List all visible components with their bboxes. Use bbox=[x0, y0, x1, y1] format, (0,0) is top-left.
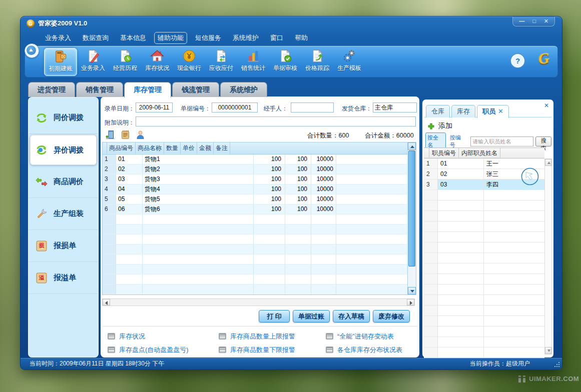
minimize-button[interactable]: — bbox=[519, 18, 524, 24]
table-row[interactable]: 505 货物5100 10010000 bbox=[103, 194, 408, 204]
action-button[interactable]: 单据过账 bbox=[293, 310, 330, 322]
action-button[interactable]: 打 印 bbox=[259, 310, 290, 322]
toolbar-button[interactable]: 初期建账 bbox=[44, 48, 77, 76]
scroll-right-icon[interactable] bbox=[407, 299, 414, 306]
menu-item[interactable]: 短信服务 bbox=[192, 32, 225, 44]
toolbar-button[interactable]: 价格跟踪 bbox=[301, 48, 333, 75]
toolbar-button[interactable]: 经营历程 bbox=[109, 48, 141, 75]
search-button[interactable]: 搜索 bbox=[535, 136, 551, 146]
table-row-empty bbox=[424, 190, 544, 200]
watermark-text: UIMAKER.COM bbox=[529, 375, 579, 382]
staff-row[interactable]: 1 01 王一 bbox=[424, 158, 544, 169]
menu-item[interactable]: 数据查询 bbox=[79, 32, 112, 44]
toolbar-button[interactable]: 库存状况 bbox=[141, 48, 173, 75]
report-link[interactable]: 库存状况 bbox=[108, 332, 219, 341]
menu-item[interactable]: 基本信息 bbox=[117, 32, 150, 44]
report-link[interactable]: 库存商品数量下限报警 bbox=[219, 346, 326, 354]
toolbar-button[interactable]: 现金银行 bbox=[173, 48, 205, 75]
adjust-icon bbox=[35, 176, 48, 188]
sidebar-item[interactable]: 同价调拨 bbox=[29, 102, 98, 134]
staff-scrollbar[interactable] bbox=[544, 158, 552, 354]
status-bar: 当前时间：2009年06月11日 星期四 18时30分 下午 当前操作员：超级用… bbox=[21, 358, 562, 370]
table-row[interactable]: 303 货物3100 10010000 bbox=[103, 174, 408, 184]
help-icon[interactable] bbox=[511, 54, 524, 68]
scroll-down-icon[interactable] bbox=[408, 287, 416, 294]
table-row-empty bbox=[424, 284, 544, 295]
warehouse-input[interactable] bbox=[373, 102, 417, 112]
module-tab[interactable]: 钱流管理 bbox=[172, 82, 219, 97]
date-input[interactable] bbox=[136, 102, 173, 112]
date-label: 录单日期： bbox=[105, 104, 135, 113]
toolbar-button[interactable]: 单据审核 bbox=[269, 48, 301, 75]
report-link[interactable]: 库存商品数量上限报警 bbox=[219, 332, 326, 341]
maximize-button[interactable]: □ bbox=[532, 18, 536, 24]
wallet-icon bbox=[54, 50, 68, 64]
module-tab[interactable]: 库存管理 bbox=[124, 82, 171, 98]
scroll-up-icon[interactable] bbox=[545, 159, 551, 166]
sidebar-item[interactable]: 溢 报溢单 bbox=[29, 262, 98, 294]
person-icon[interactable] bbox=[135, 130, 146, 140]
menu-item[interactable]: 业务录入 bbox=[42, 32, 75, 44]
module-tab[interactable]: 系统维护 bbox=[220, 82, 267, 97]
module-tab[interactable]: 销售管理 bbox=[76, 82, 123, 97]
lookup-tab[interactable]: 库存 bbox=[451, 105, 475, 118]
toolbar-button[interactable]: 销售统计 bbox=[237, 48, 269, 75]
chart-icon bbox=[246, 49, 260, 63]
scroll-up-icon[interactable] bbox=[408, 142, 416, 150]
sidebar-item[interactable]: 生产组装 bbox=[29, 198, 98, 230]
table-row-empty bbox=[424, 348, 544, 358]
scroll-left-icon[interactable] bbox=[103, 299, 110, 306]
titlebar[interactable]: 管家婆2009 V1.0 — □ ✕ bbox=[21, 16, 562, 30]
tab-close-icon[interactable] bbox=[498, 108, 503, 115]
panel-close-icon[interactable]: ✕ bbox=[544, 102, 549, 109]
menu-item[interactable]: 帮助 bbox=[291, 32, 311, 44]
table-row[interactable]: 404 货物4100 10010000 bbox=[103, 184, 408, 194]
table-row[interactable]: 606 货物6100 10010000 bbox=[103, 204, 408, 214]
sidebar-item[interactable]: 异价调拨 bbox=[30, 135, 97, 165]
toolbar-items: 初期建账 业务录入 经营历程 库存状况 bbox=[44, 48, 365, 76]
horizontal-scrollbar[interactable] bbox=[102, 298, 415, 306]
toolbar-button[interactable]: 应收应付 bbox=[205, 48, 237, 75]
toolbar: 初期建账 业务录入 经营历程 库存状况 bbox=[25, 46, 558, 78]
module-tabs: 进货管理 销售管理 库存管理 钱流管理 系统维护 bbox=[28, 82, 267, 98]
staff-row[interactable]: 3 03 李四 bbox=[424, 180, 544, 190]
handler-input[interactable] bbox=[291, 102, 334, 112]
report-link[interactable]: 各仓库库存分布状况表 bbox=[326, 346, 416, 354]
scroll-down-icon[interactable] bbox=[545, 347, 551, 354]
report-link[interactable]: “全能”进销存变动表 bbox=[326, 332, 416, 341]
action-button[interactable]: 废弃修改 bbox=[373, 310, 410, 322]
module-tab[interactable]: 进货管理 bbox=[28, 82, 75, 97]
lookup-tab[interactable]: 职员 bbox=[477, 105, 509, 118]
sidebar-item[interactable]: 商品调价 bbox=[29, 166, 98, 198]
staff-row[interactable]: 2 02 张三 bbox=[424, 169, 544, 180]
items-table: 商品编号商品名称数量单价金额备注 101 货物1100 10010000 202… bbox=[102, 142, 416, 295]
resize-grip[interactable] bbox=[554, 362, 559, 367]
menu-item[interactable]: 辅助功能 bbox=[154, 32, 187, 44]
brand-logo-icon[interactable]: G bbox=[538, 50, 550, 68]
toolbar-button[interactable]: 生产模板 bbox=[333, 48, 365, 75]
staff-search-input[interactable] bbox=[470, 136, 533, 146]
note-input[interactable] bbox=[136, 116, 416, 126]
notepad-icon[interactable] bbox=[120, 130, 131, 140]
box-icon: 溢 bbox=[35, 272, 48, 284]
plus-icon bbox=[427, 122, 435, 130]
vertical-scrollbar[interactable] bbox=[407, 142, 416, 294]
scrollbar-thumb[interactable] bbox=[408, 150, 415, 266]
close-button[interactable]: ✕ bbox=[544, 18, 548, 24]
table-row[interactable]: 101 货物1100 10010000 bbox=[103, 154, 408, 164]
doc-number-input[interactable] bbox=[212, 102, 258, 112]
warehouse-label: 发货仓库： bbox=[342, 104, 372, 113]
lookup-tab[interactable]: 仓库 bbox=[426, 105, 450, 118]
action-button[interactable]: 存入草稿 bbox=[333, 310, 370, 322]
menu-item[interactable]: 窗口 bbox=[267, 32, 287, 44]
add-staff-button[interactable]: 添加 bbox=[427, 122, 452, 130]
toolbar-collapse-button[interactable] bbox=[25, 44, 39, 58]
sidebar-item[interactable]: 损 报损单 bbox=[29, 230, 98, 262]
toolbar-button[interactable]: 业务录入 bbox=[77, 48, 109, 75]
report-icon bbox=[326, 346, 333, 353]
table-row[interactable]: 202 货物2100 10010000 bbox=[103, 164, 408, 174]
quick-icons bbox=[105, 130, 146, 140]
report-link[interactable]: 库存盘点(自动盘盈盘亏) bbox=[108, 346, 219, 354]
menu-item[interactable]: 系统维护 bbox=[229, 32, 262, 44]
building-icon[interactable] bbox=[105, 130, 116, 140]
